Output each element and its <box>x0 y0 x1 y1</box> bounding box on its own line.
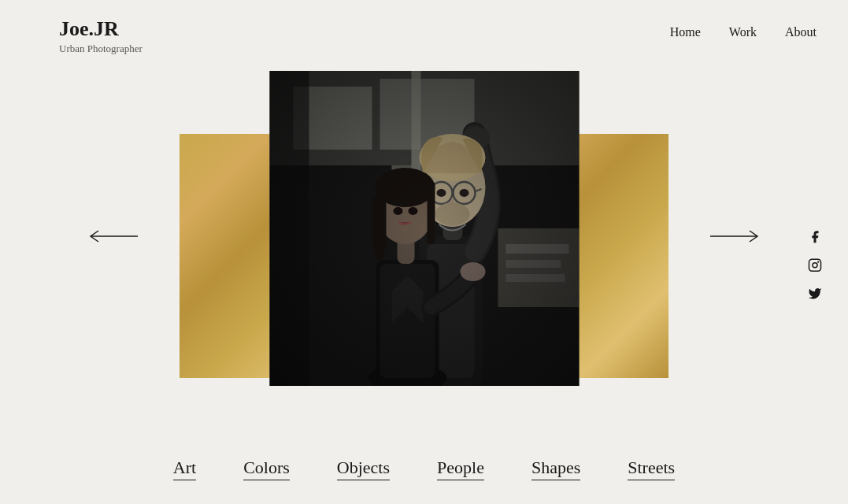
bottom-nav-shapes[interactable]: Shapes <box>531 458 580 480</box>
bottom-nav-streets[interactable]: Streets <box>628 458 675 480</box>
next-arrow-button[interactable] <box>706 228 761 244</box>
svg-point-42 <box>813 263 817 268</box>
gallery-area <box>0 71 848 402</box>
nav-about[interactable]: About <box>785 25 817 39</box>
prev-arrow-button[interactable] <box>87 228 142 244</box>
bottom-nav-objects[interactable]: Objects <box>337 458 390 480</box>
nav-work[interactable]: Work <box>729 25 757 39</box>
svg-rect-38 <box>269 71 579 386</box>
nav-home[interactable]: Home <box>670 25 701 39</box>
logo-subtitle: Urban Photographer <box>59 43 143 55</box>
bottom-nav-art[interactable]: Art <box>173 458 196 480</box>
main-nav: Home Work About <box>670 17 817 39</box>
logo-name: Joe.JR <box>59 17 143 41</box>
bottom-nav-colors[interactable]: Colors <box>243 458 290 480</box>
twitter-icon[interactable] <box>807 286 823 302</box>
bottom-nav: Art Colors Objects People Shapes Streets <box>0 458 848 480</box>
svg-point-43 <box>817 261 819 263</box>
bottom-nav-people[interactable]: People <box>437 458 484 480</box>
instagram-icon[interactable] <box>807 258 823 273</box>
logo-area: Joe.JR Urban Photographer <box>59 17 143 55</box>
facebook-icon[interactable] <box>807 229 823 245</box>
svg-rect-41 <box>809 259 821 271</box>
main-photo <box>269 71 579 386</box>
social-icons <box>807 229 823 302</box>
header: Joe.JR Urban Photographer Home Work Abou… <box>0 0 848 55</box>
